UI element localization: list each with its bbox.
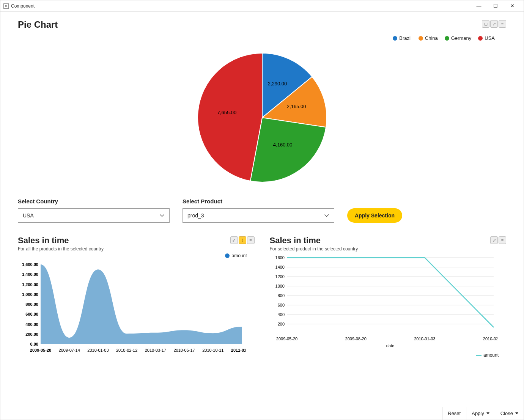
- svg-text:2010-01-03: 2010-01-03: [414, 337, 435, 341]
- app-icon: [3, 3, 9, 9]
- apply-selection-button[interactable]: Apply Selection: [347, 208, 402, 223]
- swatch-china: [419, 36, 423, 41]
- sales-left-subtitle: For all the products in the selected cou…: [18, 246, 104, 252]
- pie-legend: Brazil China Germany USA: [18, 35, 506, 41]
- menu-icon[interactable]: ≡: [499, 236, 506, 244]
- sales-right-chart: Sales in time For selected product in th…: [270, 236, 507, 358]
- svg-text:200: 200: [277, 322, 284, 326]
- pie-chart-title: Pie Chart: [18, 19, 58, 30]
- line-svg: 20040060080010001200140016002009-05-2020…: [270, 254, 497, 349]
- chevron-down-icon: [324, 213, 329, 218]
- svg-text:400.00: 400.00: [25, 322, 38, 327]
- apply-button[interactable]: Apply: [466, 407, 495, 420]
- close-button[interactable]: Close: [495, 407, 524, 420]
- svg-text:1,600.00: 1,600.00: [22, 262, 38, 267]
- area-svg: 0.00200.00400.00600.00800.001,000.001,20…: [18, 261, 245, 356]
- swatch-usa: [478, 36, 483, 41]
- svg-text:2010-02-12: 2010-02-12: [116, 348, 137, 352]
- pie-svg: 2,290.002,165.004,160.007,655.00: [190, 46, 334, 190]
- pie-card-tools: ⊟ ⤢ ≡: [482, 20, 506, 28]
- reset-button[interactable]: Reset: [442, 407, 466, 420]
- svg-text:200.00: 200.00: [25, 332, 38, 337]
- caret-down-icon: [486, 412, 489, 414]
- svg-text:2010-05-17: 2010-05-17: [173, 348, 195, 352]
- swatch-germany: [445, 36, 449, 41]
- expand-icon[interactable]: ⤢: [490, 236, 498, 244]
- menu-icon[interactable]: ≡: [499, 20, 506, 28]
- svg-text:600: 600: [277, 303, 284, 307]
- swatch-amount-line: [476, 355, 482, 356]
- controls-row: Select Country USA Select Product prod_3…: [18, 198, 506, 223]
- svg-text:2009-07-14: 2009-07-14: [59, 348, 80, 352]
- swatch-amount: [225, 253, 230, 258]
- legend-germany[interactable]: Germany: [445, 35, 471, 41]
- collapse-icon[interactable]: ⊟: [482, 20, 489, 28]
- sales-left-chart: Sales in time For all the products in th…: [18, 236, 255, 358]
- product-label: Select Product: [183, 198, 334, 204]
- svg-text:2010-10-11: 2010-10-11: [202, 348, 223, 352]
- pie-chart: 2,290.002,165.004,160.007,655.00: [18, 46, 506, 193]
- svg-text:0.00: 0.00: [30, 342, 38, 346]
- sales-left-tools: ⤢ ! ≡: [230, 236, 255, 244]
- window-maximize-button[interactable]: ☐: [487, 2, 504, 11]
- svg-text:800.00: 800.00: [25, 302, 38, 307]
- window-title: Component: [11, 3, 35, 9]
- pie-card-header: Pie Chart ⊟ ⤢ ≡: [18, 19, 506, 30]
- svg-text:1600: 1600: [275, 255, 284, 260]
- svg-text:600.00: 600.00: [25, 312, 38, 316]
- lower-charts: Sales in time For all the products in th…: [18, 236, 506, 358]
- sales-right-tools: ⤢ ≡: [490, 236, 506, 244]
- svg-text:1,000.00: 1,000.00: [22, 292, 38, 297]
- svg-text:4,160.00: 4,160.00: [273, 142, 292, 148]
- window-titlebar: Component — ☐ ✕: [0, 0, 524, 12]
- footer-bar: Reset Apply Close: [0, 407, 524, 420]
- svg-text:1,400.00: 1,400.00: [22, 272, 38, 277]
- product-select[interactable]: prod_3: [183, 208, 334, 223]
- caret-down-icon: [515, 412, 518, 414]
- svg-text:2009-05-20: 2009-05-20: [30, 348, 51, 352]
- country-label: Select Country: [18, 198, 170, 204]
- country-select[interactable]: USA: [18, 208, 170, 223]
- svg-text:2010-01-03: 2010-01-03: [87, 348, 109, 352]
- svg-text:1000: 1000: [275, 284, 284, 288]
- content-area: Pie Chart ⊟ ⤢ ≡ Brazil China Germany USA…: [0, 12, 524, 407]
- legend-usa[interactable]: USA: [478, 35, 495, 41]
- svg-text:2010-03-17: 2010-03-17: [145, 348, 166, 352]
- svg-text:400: 400: [277, 312, 284, 317]
- svg-text:1400: 1400: [275, 265, 284, 269]
- product-col: Select Product prod_3: [183, 198, 334, 223]
- svg-text:1,200.00: 1,200.00: [22, 282, 38, 287]
- svg-text:2,165.00: 2,165.00: [286, 104, 306, 109]
- svg-text:2009-08-20: 2009-08-20: [345, 337, 366, 341]
- chevron-down-icon: [159, 213, 165, 218]
- svg-text:7,655.00: 7,655.00: [217, 110, 236, 115]
- svg-text:date: date: [386, 343, 394, 348]
- window-close-button[interactable]: ✕: [504, 2, 521, 11]
- product-value: prod_3: [187, 212, 204, 219]
- sales-right-legend: amount: [270, 352, 507, 358]
- window-minimize-button[interactable]: —: [470, 2, 487, 11]
- svg-text:1200: 1200: [275, 274, 284, 279]
- warning-icon[interactable]: !: [239, 236, 246, 244]
- country-col: Select Country USA: [18, 198, 170, 223]
- sales-left-title: Sales in time: [18, 236, 104, 245]
- country-value: USA: [23, 212, 34, 219]
- svg-text:800: 800: [277, 293, 284, 298]
- legend-brazil[interactable]: Brazil: [393, 35, 412, 41]
- sales-right-title: Sales in time: [270, 236, 358, 245]
- svg-text:2011-01-10: 2011-01-10: [231, 348, 245, 352]
- svg-text:2009-05-20: 2009-05-20: [276, 337, 297, 341]
- swatch-brazil: [393, 36, 397, 41]
- sales-left-legend: amount: [18, 253, 255, 258]
- expand-icon[interactable]: ⤢: [490, 20, 498, 28]
- sales-right-subtitle: For selected product in the selected cou…: [270, 246, 358, 252]
- legend-china[interactable]: China: [419, 35, 438, 41]
- expand-icon[interactable]: ⤢: [230, 236, 238, 244]
- svg-text:2010-03-17: 2010-03-17: [483, 337, 497, 341]
- menu-icon[interactable]: ≡: [247, 236, 255, 244]
- svg-text:2,290.00: 2,290.00: [268, 81, 287, 87]
